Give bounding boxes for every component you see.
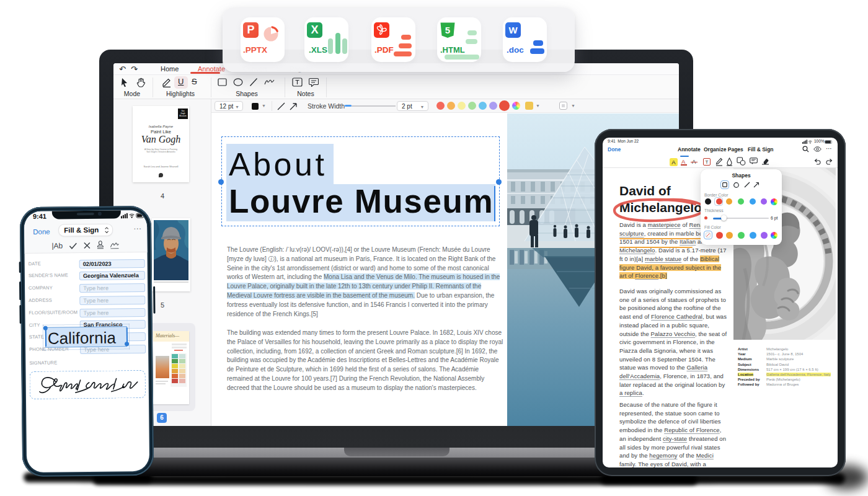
- svg-text:5: 5: [445, 25, 450, 35]
